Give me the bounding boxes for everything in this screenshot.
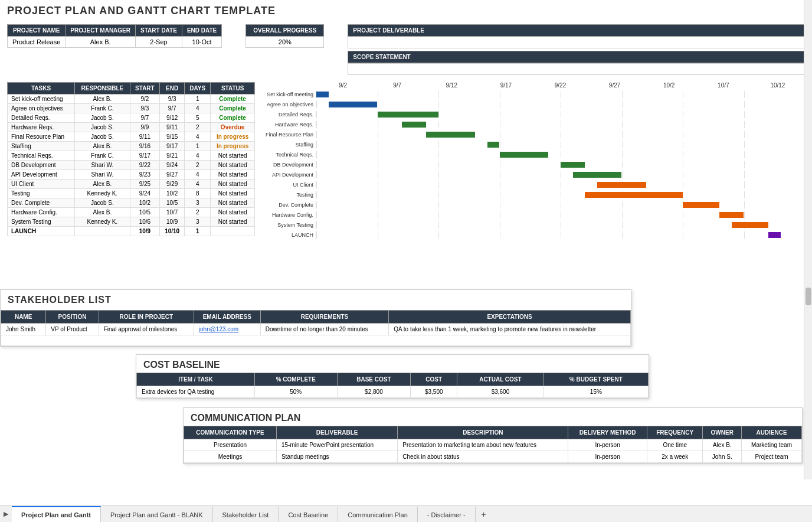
tab-communication-plan[interactable]: Communication Plan — [338, 506, 418, 522]
task-status: Not started — [211, 189, 255, 198]
task-start: 9/23 — [130, 170, 159, 180]
tab-stakeholder-list[interactable]: Stakeholder List — [213, 506, 279, 522]
tab-nav-left[interactable]: ▶ — [0, 506, 12, 522]
sh-col-requirements: REQUIREMENTS — [260, 311, 388, 324]
start-date-value: 2-Sep — [136, 37, 182, 48]
task-name: Agree on objectives — [8, 104, 75, 113]
gantt-bar-area — [316, 201, 805, 208]
cost-item: Extra devices for QA testing — [137, 386, 255, 398]
task-status: In progress — [211, 142, 255, 151]
tab-project-plan-blank[interactable]: Project Plan and Gantt - BLANK — [101, 506, 213, 522]
task-status — [211, 227, 255, 236]
task-end: 9/3 — [160, 94, 185, 104]
task-days: 1 — [185, 142, 211, 151]
sh-col-expectations: EXPECTATIONS — [389, 311, 631, 324]
task-start: 9/22 — [130, 161, 159, 170]
tab-disclaimer[interactable]: - Disclaimer - — [418, 506, 476, 522]
gantt-bar — [316, 92, 329, 97]
task-end: 9/21 — [160, 151, 185, 161]
stakeholder-table: NAME POSITION ROLE IN PROJECT EMAIL ADDR… — [1, 310, 631, 346]
task-days: 4 — [185, 104, 211, 113]
task-end: 9/11 — [160, 123, 185, 132]
task-name: LAUNCH — [8, 227, 75, 236]
task-end: 9/17 — [160, 142, 185, 151]
comm-method-1: In-person — [568, 439, 647, 451]
gantt-bar-area — [316, 211, 805, 218]
overall-progress-header: OVERALL PROGRESS — [246, 25, 324, 37]
comm-description-2: Check in about status — [398, 451, 568, 463]
comm-owner-1: Alex B. — [703, 439, 742, 451]
gantt-bar-area — [316, 121, 805, 128]
tab-cost-baseline[interactable]: Cost Baseline — [279, 506, 338, 522]
gantt-bar — [732, 222, 768, 228]
gantt-date-label: 9/22 — [533, 82, 587, 89]
gantt-task-label: Testing — [260, 192, 316, 198]
cost-table: ITEM / TASK % COMPLETE BASE COST COST AC… — [136, 373, 649, 398]
scrollbar-thumb[interactable] — [806, 288, 811, 305]
task-row: Dev. Complete Jacob S. 10/2 10/5 3 Not s… — [8, 198, 255, 208]
tasks-col-start: START — [130, 83, 159, 94]
end-date-value: 10-Oct — [182, 37, 221, 48]
task-status: In progress — [211, 132, 255, 142]
task-status: Not started — [211, 208, 255, 217]
gantt-bar — [585, 192, 683, 198]
gantt-bar-area — [316, 131, 805, 138]
gantt-task-label: DB Development — [260, 162, 316, 168]
task-row: Set kick-off meeting Alex B. 9/2 9/3 1 C… — [8, 94, 255, 104]
gantt-row: API Development — [260, 170, 805, 180]
task-row: Detailed Reqs. Jacob S. 9/7 9/12 5 Compl… — [8, 113, 255, 123]
col-end-date: END DATE — [182, 25, 221, 37]
comm-col-frequency: FREQUENCY — [647, 426, 703, 439]
task-start: 10/5 — [130, 208, 159, 217]
task-row: Hardware Reqs. Jacob S. 9/9 9/11 2 Overd… — [8, 123, 255, 132]
sh-position: VP of Product — [46, 324, 99, 335]
task-responsible — [75, 227, 130, 236]
task-row: UI Client Alex B. 9/25 9/29 4 Not starte… — [8, 180, 255, 189]
task-responsible: Alex B. — [75, 208, 130, 217]
task-start: 10/2 — [130, 198, 159, 208]
col-project-name: PROJECT NAME — [8, 25, 66, 37]
comm-type-1: Presentation — [184, 439, 277, 451]
tab-project-plan-gantt[interactable]: Project Plan and Gantt — [12, 506, 101, 522]
task-days: 3 — [185, 198, 211, 208]
task-name: Technical Reqs. — [8, 151, 75, 161]
gantt-bar — [561, 162, 585, 168]
task-days: 4 — [185, 180, 211, 189]
task-start: 9/3 — [130, 104, 159, 113]
task-end: 9/27 — [160, 170, 185, 180]
tasks-col-end: END — [160, 83, 185, 94]
task-status: Not started — [211, 217, 255, 227]
task-responsible: Alex B. — [75, 180, 130, 189]
task-days: 3 — [185, 217, 211, 227]
task-row: API Development Shari W. 9/23 9/27 4 Not… — [8, 170, 255, 180]
sh-email: john@123.com — [194, 324, 260, 335]
task-status: Not started — [211, 170, 255, 180]
gantt-bar-area — [316, 231, 805, 239]
task-row: Final Resource Plan Jacob S. 9/11 9/15 4… — [8, 132, 255, 142]
gantt-date-label: 10/7 — [696, 82, 751, 89]
gantt-task-label: LAUNCH — [260, 232, 316, 238]
comm-col-description: DESCRIPTION — [398, 426, 568, 439]
task-status: Not started — [211, 151, 255, 161]
task-name: Staffing — [8, 142, 75, 151]
task-responsible: Alex B. — [75, 94, 130, 104]
gantt-bar — [426, 132, 475, 138]
task-name: Hardware Config. — [8, 208, 75, 217]
task-responsible: Jacob S. — [75, 113, 130, 123]
gantt-date-headers: 9/29/79/129/179/229/2710/210/710/12 — [316, 82, 805, 89]
tab-add-button[interactable]: + — [476, 506, 492, 522]
task-end: 9/15 — [160, 132, 185, 142]
gantt-bar-area — [316, 221, 805, 229]
gantt-date-label: 9/17 — [479, 82, 533, 89]
gantt-bar-area — [316, 91, 805, 98]
task-start: 9/16 — [130, 142, 159, 151]
task-end: 10/10 — [160, 227, 185, 236]
gantt-task-label: Dev. Complete — [260, 202, 316, 208]
sh-expectations: QA to take less than 1 week, marketing t… — [389, 324, 631, 335]
scrollbar[interactable] — [804, 0, 812, 479]
stakeholder-sheet: STAKEHOLDER LIST NAME POSITION ROLE IN P… — [0, 289, 631, 347]
gantt-row: Detailed Reqs. — [260, 110, 805, 119]
gantt-task-label: Hardware Config. — [260, 212, 316, 218]
gantt-bar — [573, 172, 622, 178]
gantt-row: UI Client — [260, 180, 805, 190]
